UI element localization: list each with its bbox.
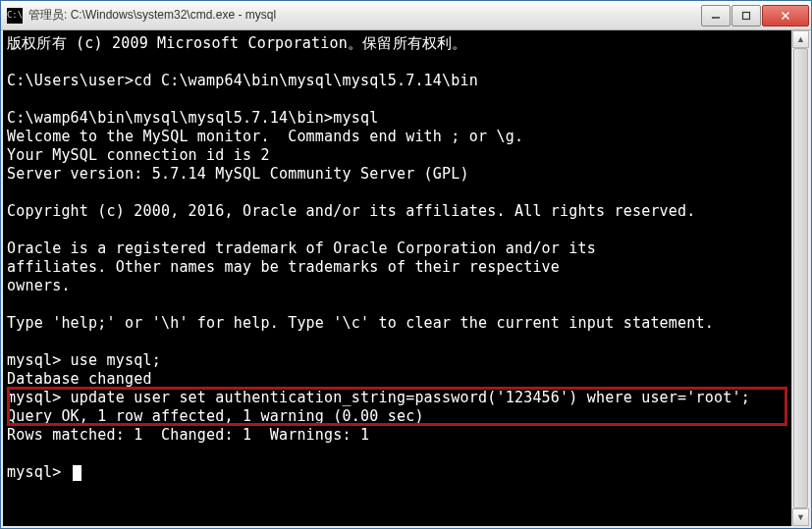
window-controls [700,5,809,26]
cmd-window: C:\ 管理员: C:\Windows\system32\cmd.exe - m… [0,0,812,529]
terminal-line: Database changed [7,370,805,389]
terminal-line [7,295,805,314]
window-title: 管理员: C:\Windows\system32\cmd.exe - mysql [28,7,700,24]
terminal-line: Server version: 5.7.14 MySQL Community S… [7,165,805,184]
close-button[interactable] [762,5,809,26]
close-icon [781,11,790,21]
terminal-line: mysql> use mysql; [7,351,805,370]
terminal-output[interactable]: 版权所有 (c) 2009 Microsoft Corporation。保留所有… [1,30,811,528]
scroll-thumb[interactable] [793,48,808,508]
titlebar[interactable]: C:\ 管理员: C:\Windows\system32\cmd.exe - m… [1,1,811,30]
minimize-button[interactable] [701,5,731,26]
cmd-icon-label: C:\ [7,11,23,20]
cursor [73,465,81,481]
terminal-line: Your MySQL connection id is 2 [7,146,805,165]
terminal-line [7,221,805,239]
terminal-line [7,90,805,109]
terminal-line: C:\wamp64\bin\mysql\mysql5.7.14\bin>mysq… [7,109,805,128]
terminal-line: 版权所有 (c) 2009 Microsoft Corporation。保留所有… [7,34,805,53]
terminal-line: mysql> update user set authentication_st… [7,389,805,407]
terminal-line: owners. [7,277,805,295]
terminal-line: Copyright (c) 2000, 2016, Oracle and/or … [7,202,805,221]
terminal-line: C:\Users\user>cd C:\wamp64\bin\mysql\mys… [7,72,805,90]
scrollbar[interactable]: ▲ ▼ [791,30,809,526]
scroll-up-button[interactable]: ▲ [792,30,809,48]
cmd-icon: C:\ [7,8,23,24]
terminal-line: Oracle is a registered trademark of Orac… [7,239,805,258]
terminal-line [7,184,805,202]
terminal-line [7,333,805,351]
maximize-button[interactable] [731,5,761,26]
svg-rect-1 [743,12,750,19]
terminal-line: Query OK, 1 row affected, 1 warning (0.0… [7,407,805,426]
terminal-line: Type 'help;' or '\h' for help. Type '\c'… [7,314,805,333]
terminal-line: affiliates. Other names may be trademark… [7,258,805,277]
scroll-track[interactable] [792,48,809,508]
terminal-line: Rows matched: 1 Changed: 1 Warnings: 1 [7,426,805,445]
terminal-line: mysql> [7,463,805,482]
minimize-icon [711,11,721,21]
scroll-down-button[interactable]: ▼ [792,508,809,526]
terminal-line [7,445,805,463]
maximize-icon [741,11,751,21]
terminal-line: Welcome to the MySQL monitor. Commands e… [7,128,805,146]
terminal-line [7,53,805,72]
